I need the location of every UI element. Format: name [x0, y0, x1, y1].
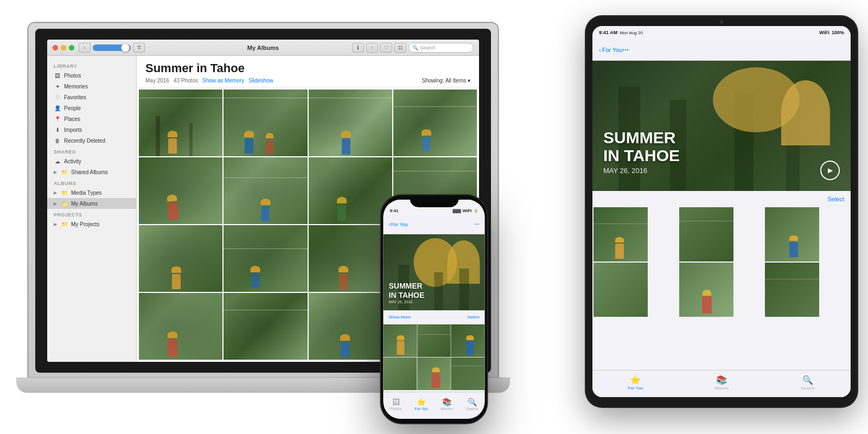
sidebar-item-label: Shared Albums: [71, 169, 108, 175]
sidebar-item-my-albums[interactable]: ▶ 📁 My Albums: [47, 198, 136, 209]
iphone-hero: SUMMERIN TAHOE MAY 26, 2016: [384, 234, 485, 310]
traffic-lights: [53, 45, 74, 50]
sidebar-item-favorites[interactable]: ♡ Favorites: [47, 92, 136, 103]
photo-cell[interactable]: [309, 157, 392, 224]
ipad-tab-for-you[interactable]: ⭐ For You: [592, 375, 679, 391]
show-as-memory-link[interactable]: Show as Memory: [202, 78, 244, 84]
iphone-photo-cell[interactable]: [384, 324, 417, 357]
photo-cell[interactable]: [139, 225, 222, 292]
ipad-back-button[interactable]: ‹ For You: [599, 47, 623, 53]
maximize-button[interactable]: [69, 45, 74, 50]
iphone-back-button[interactable]: ‹ For You: [389, 221, 408, 227]
iphone-frame: 9:41 ▓▓▓ WiFi 🔋 ‹ For You ···: [381, 195, 487, 423]
iphone-photo-cell[interactable]: [451, 358, 485, 390]
sidebar-item-label: Favorites: [64, 94, 86, 100]
photo-cell[interactable]: [139, 293, 222, 360]
photos-tab-label: Photos: [390, 407, 402, 411]
iphone-tab-albums[interactable]: 📚 Albums: [434, 398, 459, 411]
ipad-hero-date: MAY 26, 2016: [603, 167, 680, 175]
album-header: Summer in Tahoe May 2016 43 Photos Show …: [137, 56, 479, 87]
ipad-tab-albums[interactable]: 📚 Albums: [679, 375, 765, 391]
sidebar-item-shared-albums[interactable]: ▶ 📁 Shared Albums: [47, 167, 136, 177]
iphone-screen: 9:41 ▓▓▓ WiFi 🔋 ‹ For You ···: [384, 200, 485, 419]
minimize-button[interactable]: [61, 45, 66, 50]
expand-icon: ▶: [54, 190, 57, 195]
sidebar-item-recently-deleted[interactable]: 🗑 Recently Deleted: [47, 135, 136, 146]
photo-cell[interactable]: [224, 225, 307, 292]
photo-cell[interactable]: [224, 157, 307, 224]
photo-cell[interactable]: [309, 293, 392, 360]
ipad-photo-cell[interactable]: [679, 207, 733, 261]
ipad-more-button[interactable]: ···: [623, 46, 629, 54]
iphone-tab-search[interactable]: 🔍 Search: [459, 398, 485, 411]
iphone-select-button[interactable]: Select: [467, 315, 479, 320]
info-button[interactable]: ℹ: [352, 43, 364, 53]
imports-icon: ⬇: [54, 126, 61, 133]
slideshow-link[interactable]: Slideshow: [248, 78, 273, 84]
sidebar-item-people[interactable]: 👤 People: [47, 103, 136, 113]
sidebar-item-label: My Projects: [71, 221, 99, 227]
photo-cell[interactable]: [224, 90, 307, 156]
photo-cell[interactable]: [224, 293, 307, 360]
sidebar-item-photos[interactable]: 🖼 Photos: [47, 70, 136, 81]
ipad-photo-cell[interactable]: [593, 263, 648, 317]
ipad-wifi-icon: WiFi: [819, 30, 829, 35]
sidebar-item-memories[interactable]: ✦ Memories: [47, 81, 136, 92]
favorite-indicator: ♥: [141, 218, 143, 222]
ipad-play-button[interactable]: ▶: [820, 161, 840, 180]
back-button[interactable]: ‹: [79, 43, 91, 53]
ipad-select-bar: Select: [592, 191, 851, 207]
iphone-hero-title: SUMMERIN TAHOE: [389, 282, 425, 300]
ipad-tab-search[interactable]: 🔍 Search: [764, 375, 851, 391]
slider-thumb: [121, 43, 130, 52]
iphone-photo-cell[interactable]: [451, 324, 485, 357]
iphone-photo-cell[interactable]: [417, 324, 451, 357]
photo-cell[interactable]: [139, 90, 222, 156]
sidebar: Library 🖼 Photos ✦ Memories: [47, 56, 137, 362]
photo-cell[interactable]: [393, 90, 477, 156]
albums-tab-label: Albums: [714, 386, 729, 391]
close-button[interactable]: [53, 45, 58, 50]
photo-cell[interactable]: ♥: [139, 157, 222, 224]
library-header: Library: [47, 60, 136, 70]
sidebar-item-activity[interactable]: ☁ Activity: [47, 156, 136, 167]
iphone-more-button[interactable]: ···: [475, 221, 479, 227]
iphone-wifi-icon: WiFi: [463, 208, 472, 213]
albums-tab-icon: 📚: [442, 398, 451, 406]
iphone-photo-cell[interactable]: [417, 358, 451, 390]
sidebar-item-media-types[interactable]: ▶ 📁 Media Types: [47, 187, 136, 198]
sidebar-item-my-projects[interactable]: ▶ 📁 My Projects: [47, 219, 136, 229]
favorite-button[interactable]: ♡: [380, 43, 392, 53]
ipad-photo-cell[interactable]: [765, 263, 819, 317]
showing-filter[interactable]: Showing: All Items ▾: [422, 78, 470, 84]
iphone-show-more-button[interactable]: Show More: [389, 315, 411, 320]
iphone-photo-grid: [384, 324, 485, 390]
favorites-icon: ♡: [54, 93, 61, 101]
rotate-button[interactable]: ⊡: [394, 43, 406, 53]
ipad-photo-cell[interactable]: [679, 263, 733, 317]
zoom-slider[interactable]: [93, 44, 131, 51]
photo-cell[interactable]: [309, 90, 392, 156]
share-button[interactable]: ↑: [366, 43, 378, 53]
search-icon: 🔍: [412, 45, 418, 50]
sidebar-item-imports[interactable]: ⬇ Imports: [47, 124, 136, 135]
sidebar-toggle[interactable]: ☰: [133, 43, 145, 53]
search-bar[interactable]: 🔍 Search: [409, 43, 474, 53]
search-tab-icon: 🔍: [468, 398, 477, 406]
ipad-select-button[interactable]: Select: [827, 196, 844, 202]
my-projects-icon: 📁: [61, 220, 68, 228]
iphone-photo-cell[interactable]: [384, 358, 417, 390]
for-you-tab-label: For You: [415, 407, 428, 411]
for-you-tab-icon: ⭐: [630, 375, 641, 385]
iphone-tab-for-you[interactable]: ⭐ For You: [409, 398, 434, 411]
ipad-hero-title: SUMMERIN TAHOE: [603, 129, 680, 164]
ipad-hero: SUMMERIN TAHOE MAY 26, 2016 ▶: [592, 61, 851, 191]
ipad-back-label: For You: [602, 47, 623, 53]
sidebar-item-places[interactable]: 📍 Places: [47, 113, 136, 124]
photo-cell[interactable]: [309, 225, 392, 292]
ipad-photo-cell[interactable]: [765, 207, 819, 261]
album-meta: May 2016 43 Photos Show as Memory Slides…: [145, 78, 470, 84]
ipad: 9:41 AM Mon Aug 20 WiFi 100% ‹ For You ·…: [586, 16, 857, 407]
ipad-photo-cell[interactable]: [593, 207, 648, 261]
iphone-tab-photos[interactable]: 🖼 Photos: [384, 398, 409, 411]
